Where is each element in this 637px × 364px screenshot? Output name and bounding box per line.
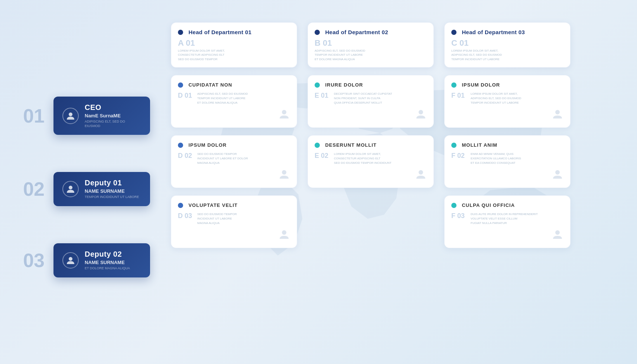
dept-card-3-3: CULPA QUI OFFICIA F 03 DUIS AUTE IRURE D…: [444, 195, 571, 248]
dept-avatar-2-1: [315, 108, 427, 121]
dept-col-2: Head of Department 02 B 01 ADIPISCING EL…: [308, 22, 434, 248]
role-desc-3: ET DOLORE MAGNA ALIQUA: [85, 266, 141, 271]
dept-header-2: Head of Department 02 B 01 ADIPISCING EL…: [308, 22, 434, 68]
dept-header-name-2: Head of Department 02: [325, 29, 388, 35]
dept-section-name-2-2: DESERUNT MOLLIT: [325, 142, 377, 148]
dept-body-text-1-1: ADIPISCING ELT, SED DO EIUSMODTEMPOR INC…: [197, 92, 290, 105]
svg-point-0: [69, 113, 72, 116]
role-info-1: CEO NamE SurnaME ADIPISCING ELT, SED DO …: [85, 103, 141, 128]
row-number-3: 03: [22, 249, 45, 272]
dept-dot-3-2: [451, 143, 456, 148]
dept-columns: Head of Department 01 A 01 LOREM IPSUM D…: [171, 22, 571, 248]
dept-dot-3-1: [451, 82, 456, 88]
dept-section-name-3-1: IPSUM DOLOR: [462, 82, 500, 88]
dept-code-left-1-2: D 02: [178, 152, 193, 160]
dept-code-left-3-2: F 02: [451, 152, 466, 160]
dept-header-name-3: Head of Department 03: [462, 29, 525, 35]
dept-section-name-2-1: IRURE DOLOR: [325, 82, 363, 88]
dept-section-name-1-2: IPSUM DOLOR: [188, 142, 227, 148]
dept-card-3-1: IPSUM DOLOR F 01 LOREM IPSUM DOLOR SIT A…: [444, 75, 571, 128]
dept-header-text-3: LOREM IPSUM DOLOR SIT AMET,ADIPISCING EL…: [451, 49, 563, 61]
dept-dot-1-2: [178, 143, 183, 148]
dept-avatar-1-3: [178, 228, 290, 242]
dept-header-text-1: LOREM IPSUM DOLOR SIT AMET,CONSECTETUR A…: [178, 49, 290, 61]
dept-code-left-3-1: F 01: [451, 92, 466, 100]
svg-point-6: [419, 110, 423, 114]
dept-body-text-1-3: SED DO EIUSMOD TEMPORINCIDIDUNT UT LABOR…: [197, 212, 290, 225]
role-info-2: Deputy 01 NAME SURNAME TEMPOR INCIDIDUNT…: [85, 179, 141, 199]
role-title-1: CEO: [85, 103, 141, 112]
dept-card-1-1: CUPIDATAT NON D 01 ADIPISCING ELT, SED D…: [171, 75, 297, 128]
left-column: 01 CEO NamE SurnaME ADIPISCING ELT, SED …: [22, 97, 150, 277]
role-row-1: 01 CEO NamE SurnaME ADIPISCING ELT, SED …: [22, 97, 150, 135]
dept-code-left-1-1: D 01: [178, 92, 193, 100]
dept-header-dot-3: [451, 30, 456, 35]
role-desc-2: TEMPOR INCIDIDUNT UT LABORE: [85, 195, 141, 199]
role-avatar-1: [62, 108, 79, 124]
dept-body-text-2-1: DECEPTEUR SINT OCCAECAT CUPIDTATNON PROI…: [334, 92, 427, 105]
role-title-2: Deputy 01: [85, 179, 141, 187]
dept-header-dot-1: [178, 30, 183, 35]
svg-point-2: [69, 257, 72, 261]
dept-dot-2-1: [315, 82, 320, 88]
svg-point-9: [555, 170, 560, 175]
svg-point-4: [282, 170, 286, 175]
dept-section-name-1-1: CUPIDATAT NON: [188, 82, 232, 88]
dept-col-3: Head of Department 03 C 01 LOREM IPSUM D…: [444, 22, 571, 248]
role-card-2: Deputy 01 NAME SURNAME TEMPOR INCIDIDUNT…: [53, 172, 150, 206]
dept-avatar-3-2: [451, 168, 563, 182]
role-avatar-2: [62, 181, 79, 197]
dept-header-code-1: A 01: [178, 38, 290, 48]
role-desc-1: ADIPISCING ELT, SED DO EIUSMOD: [85, 120, 141, 128]
svg-point-1: [69, 186, 72, 189]
dept-card-2-2: DESERUNT MOLLIT E 02 LOREM IPSUM DOLOR S…: [308, 135, 434, 188]
dept-body-text-1-2: SED DO EIUSMOD TEMPORINCIDIDUNT UT LABOR…: [197, 152, 290, 165]
svg-point-8: [555, 110, 560, 114]
dept-header-code-3: C 01: [451, 38, 563, 48]
dept-avatar-1-2: [178, 168, 290, 182]
role-name-3: NAME SURNAME: [85, 260, 141, 265]
dept-col-1: Head of Department 01 A 01 LOREM IPSUM D…: [171, 22, 297, 248]
dept-header-3: Head of Department 03 C 01 LOREM IPSUM D…: [444, 22, 571, 68]
dept-code-left-2-2: E 02: [315, 152, 329, 160]
role-info-3: Deputy 02 NAME SURNAME ET DOLORE MAGNA A…: [85, 250, 141, 271]
dept-body-text-2-2: LOREM IPSUM DOLOR SIT AMET,CONSECTETUR A…: [334, 152, 427, 165]
dept-code-left-2-1: E 01: [315, 92, 329, 100]
role-avatar-3: [62, 252, 79, 269]
dept-card-1-3: VOLUPTATE VELIT D 03 SED DO EIUSMOD TEMP…: [171, 195, 297, 248]
dept-header-dot-2: [315, 30, 320, 35]
svg-point-3: [282, 110, 286, 114]
row-number-1: 01: [22, 105, 45, 127]
dept-header-code-2: B 01: [315, 38, 427, 48]
dept-header-name-1: Head of Department 01: [188, 29, 251, 35]
dept-dot-3-3: [451, 203, 456, 208]
svg-point-10: [555, 230, 560, 235]
dept-card-2-1: IRURE DOLOR E 01 DECEPTEUR SINT OCCAECAT…: [308, 75, 434, 128]
dept-header-text-2: ADIPISCING ELT, SED DO EIUSMODTEMPOR INC…: [315, 49, 427, 61]
dept-body-text-3-2: ENIM AD MINIM VENIAM, QUISEXERCITATION U…: [471, 152, 563, 165]
role-row-3: 03 Deputy 02 NAME SURNAME ET DOLORE MAGN…: [22, 243, 150, 277]
dept-dot-1-1: [178, 82, 183, 88]
role-card-1: CEO NamE SurnaME ADIPISCING ELT, SED DO …: [53, 97, 150, 135]
dept-card-1-2: IPSUM DOLOR D 02 SED DO EIUSMOD TEMPORIN…: [171, 135, 297, 188]
dept-dot-1-3: [178, 203, 183, 208]
svg-point-7: [419, 170, 423, 175]
dept-card-3-2: MOLLIT ANIM F 02 ENIM AD MINIM VENIAM, Q…: [444, 135, 571, 188]
role-title-3: Deputy 02: [85, 250, 141, 259]
dept-dot-2-2: [315, 143, 320, 148]
dept-avatar-3-3: [451, 228, 563, 242]
dept-body-text-3-1: LOREM IPSUM DOLOR SIT AMET,ADIPISCING EL…: [471, 92, 563, 105]
dept-code-left-3-3: F 03: [451, 212, 466, 220]
dept-code-left-1-3: D 03: [178, 212, 193, 220]
page-container: 01 CEO NamE SurnaME ADIPISCING ELT, SED …: [0, 0, 637, 364]
role-name-1: NamE SurnaME: [85, 113, 141, 118]
dept-section-name-3-2: MOLLIT ANIM: [462, 142, 497, 148]
row-number-2: 02: [22, 178, 45, 200]
dept-avatar-3-1: [451, 108, 563, 121]
dept-section-name-3-3: CULPA QUI OFFICIA: [462, 202, 515, 208]
dept-avatar-2-2: [315, 168, 427, 182]
role-row-2: 02 Deputy 01 NAME SURNAME TEMPOR INCIDID…: [22, 172, 150, 206]
dept-body-text-3-3: DUIS AUTE IRURE DOLOR IN REPREHENDERITVO…: [471, 212, 563, 225]
dept-header-1: Head of Department 01 A 01 LOREM IPSUM D…: [171, 22, 297, 68]
dept-section-name-1-3: VOLUPTATE VELIT: [188, 202, 237, 208]
